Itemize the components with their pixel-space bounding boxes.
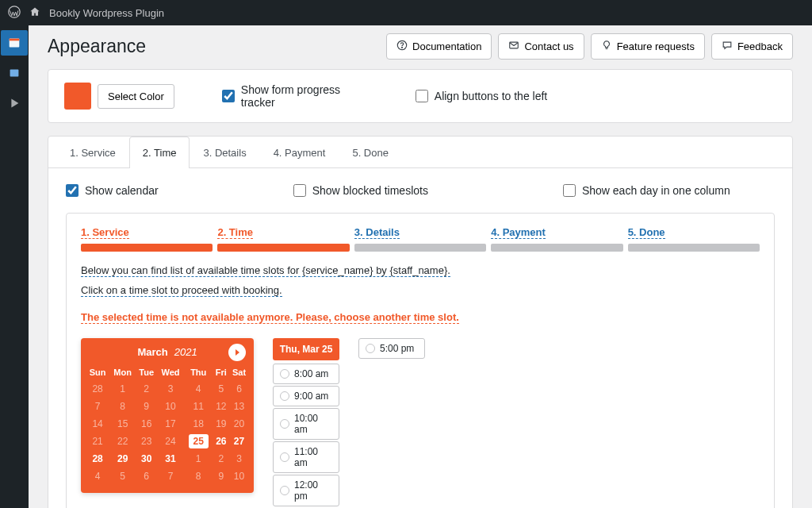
tab[interactable]: 1. Service: [56, 137, 129, 168]
hint-line-1[interactable]: Below you can find list of available tim…: [81, 264, 450, 277]
calendar-day[interactable]: 15: [109, 415, 136, 433]
radio-icon: [280, 391, 289, 401]
calendar-day[interactable]: 20: [229, 415, 249, 433]
calendar-day[interactable]: 13: [229, 398, 249, 415]
progress-step[interactable]: 5. Done: [628, 226, 760, 252]
timeslot-column-1: Thu, Mar 25 8:00 am9:00 am10:00 am11:00 …: [273, 338, 339, 508]
checkbox-show-calendar[interactable]: Show calendar: [66, 184, 159, 197]
tab[interactable]: 4. Payment: [260, 137, 339, 168]
calendar-day[interactable]: 5: [109, 468, 136, 485]
progress-step[interactable]: 2. Time: [217, 226, 349, 252]
question-circle-icon: [396, 40, 408, 53]
calendar-day[interactable]: 17: [157, 415, 183, 433]
checkbox-align-buttons-left[interactable]: Align buttons to the left: [416, 90, 547, 102]
lightbulb-icon: [601, 40, 612, 53]
calendar-day[interactable]: 16: [136, 415, 157, 433]
checkbox-input[interactable]: [66, 184, 79, 197]
feedback-button[interactable]: Feedback: [711, 33, 793, 60]
calendar-day[interactable]: 14: [86, 415, 109, 433]
calendar-day[interactable]: 2: [213, 450, 229, 468]
calendar-day[interactable]: 5: [213, 380, 229, 398]
calendar-day[interactable]: 2: [136, 380, 157, 398]
timeslot[interactable]: 8:00 am: [273, 364, 339, 384]
calendar-day[interactable]: 7: [86, 398, 109, 415]
radio-icon: [280, 419, 289, 429]
calendar-day[interactable]: 9: [213, 468, 229, 485]
timeslot[interactable]: 5:00 pm: [358, 338, 425, 359]
svg-point-6: [401, 47, 402, 48]
checkbox-show-blocked-timeslots[interactable]: Show blocked timeslots: [293, 184, 428, 197]
checkbox-input[interactable]: [563, 184, 576, 197]
sidebar-item-2[interactable]: [1, 60, 28, 86]
checkbox-input[interactable]: [416, 90, 428, 102]
calendar-day[interactable]: 8: [184, 468, 213, 485]
calendar-day[interactable]: 28: [86, 450, 109, 468]
calendar-day[interactable]: 23: [136, 433, 157, 450]
calendar-day[interactable]: 3: [229, 450, 249, 468]
calendar-day[interactable]: 6: [136, 468, 157, 485]
calendar-day[interactable]: 21: [86, 433, 109, 450]
sidebar-item-active[interactable]: [1, 30, 28, 56]
contact-us-button[interactable]: Contact us: [498, 33, 584, 60]
calendar-day[interactable]: 1: [109, 380, 136, 398]
calendar-day[interactable]: 3: [157, 380, 183, 398]
timeslot[interactable]: 11:00 am: [273, 441, 339, 473]
color-swatch[interactable]: [64, 83, 91, 110]
checkbox-show-progress-tracker[interactable]: Show form progress tracker: [222, 83, 368, 109]
calendar-day[interactable]: 25: [184, 433, 213, 450]
tab-row: 1. Service2. Time3. Details4. Payment5. …: [48, 137, 792, 168]
calendar-day[interactable]: 19: [213, 415, 229, 433]
progress-step[interactable]: 1. Service: [81, 226, 213, 252]
calendar-day[interactable]: 6: [229, 380, 249, 398]
progress-step[interactable]: 4. Payment: [491, 226, 622, 252]
calendar-day[interactable]: 4: [184, 380, 213, 398]
calendar-day[interactable]: 1: [184, 450, 213, 468]
calendar-day[interactable]: 8: [109, 398, 136, 415]
calendar-day[interactable]: 29: [109, 450, 136, 468]
radio-icon: [280, 369, 289, 379]
wp-admin-bar: Bookly Wordpress Plugin: [0, 0, 812, 25]
calendar-dow: Tue: [136, 364, 157, 380]
svg-rect-2: [10, 39, 20, 41]
checkbox-each-day-one-column[interactable]: Show each day in one column: [563, 184, 730, 197]
calendar-day[interactable]: 4: [86, 468, 109, 485]
wordpress-logo-icon[interactable]: [8, 6, 21, 21]
calendar-day[interactable]: 9: [136, 398, 157, 415]
calendar-day[interactable]: 26: [213, 433, 229, 450]
timeslot[interactable]: 9:00 am: [273, 386, 339, 406]
checkbox-input[interactable]: [293, 184, 306, 197]
documentation-button[interactable]: Documentation: [386, 33, 492, 60]
calendar-day[interactable]: 24: [157, 433, 183, 450]
site-name[interactable]: Bookly Wordpress Plugin: [49, 7, 164, 19]
checkbox-input[interactable]: [222, 90, 235, 102]
feature-requests-button[interactable]: Feature requests: [591, 33, 705, 60]
progress-step[interactable]: 3. Details: [354, 226, 486, 252]
radio-icon: [280, 486, 289, 495]
radio-icon: [366, 344, 375, 353]
calendar-day[interactable]: 31: [157, 450, 183, 468]
select-color-button[interactable]: Select Color: [98, 84, 174, 109]
calendar-day[interactable]: 27: [229, 433, 249, 450]
calendar-day[interactable]: 7: [157, 468, 183, 485]
calendar-day[interactable]: 22: [109, 433, 136, 450]
timeslot[interactable]: 10:00 am: [273, 408, 339, 440]
calendar-day[interactable]: 18: [184, 415, 213, 433]
main-content: Appearance Documentation Contact us Feat…: [29, 25, 812, 508]
calendar-day[interactable]: 10: [157, 398, 183, 415]
timeslot-column-2: 5:00 pm: [358, 338, 425, 359]
calendar-next-icon[interactable]: [228, 344, 246, 361]
calendar-day[interactable]: 30: [136, 450, 157, 468]
error-text[interactable]: The selected time is not available anymo…: [81, 311, 459, 324]
tab[interactable]: 5. Done: [339, 137, 402, 168]
tab[interactable]: 3. Details: [190, 137, 259, 168]
sidebar-item-3[interactable]: [1, 90, 28, 116]
timeslot[interactable]: 12:00 pm: [273, 475, 339, 506]
hint-line-2[interactable]: Click on a time slot to proceed with boo…: [81, 284, 282, 297]
home-icon[interactable]: [29, 6, 41, 21]
calendar-day[interactable]: 11: [184, 398, 213, 415]
calendar-day[interactable]: 10: [229, 468, 249, 485]
calendar-day[interactable]: 28: [86, 380, 109, 398]
tab[interactable]: 2. Time: [129, 137, 190, 168]
calendar-day[interactable]: 12: [213, 398, 229, 415]
envelope-icon: [508, 40, 519, 53]
